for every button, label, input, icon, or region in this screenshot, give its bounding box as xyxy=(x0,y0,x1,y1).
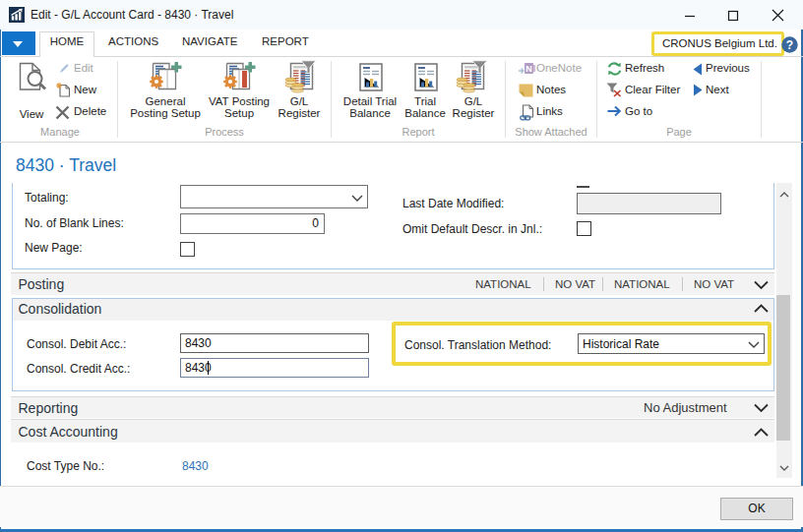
svg-text:N: N xyxy=(525,64,532,74)
svg-text:?: ? xyxy=(786,38,793,52)
